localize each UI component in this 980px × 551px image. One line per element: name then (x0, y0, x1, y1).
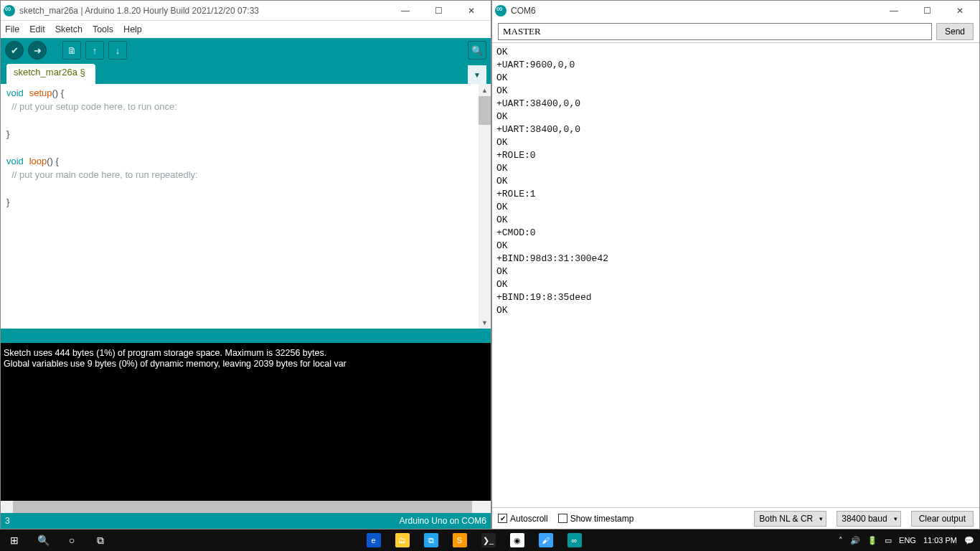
start-button[interactable]: ⊞ (0, 529, 29, 551)
editor-vertical-scrollbar[interactable]: ▲ ▼ (479, 84, 491, 329)
status-line-number: 3 (5, 516, 10, 526)
ide-console[interactable]: Sketch uses 444 bytes (1%) of program st… (1, 343, 491, 501)
tray-clock[interactable]: 11:03 PM (923, 536, 957, 545)
task-view-icon[interactable]: ⧉ (86, 529, 115, 551)
checkbox-checked-icon: ✔ (498, 514, 507, 523)
tab-menu-button[interactable]: ▼ (468, 65, 486, 84)
scroll-down-icon[interactable]: ▼ (479, 316, 491, 329)
windows-taskbar[interactable]: ⊞ 🔍 ○ ⧉ e 🗂 ⧉ S ❯_ ◉ 🖌 ∞ ˄ 🔊 🔋 ▭ ENG 11:… (0, 529, 980, 551)
arduino-logo-icon (4, 5, 15, 17)
minimize-button[interactable]: — (389, 1, 422, 21)
close-button[interactable]: ✕ (943, 1, 976, 21)
tray-language[interactable]: ENG (899, 536, 916, 545)
serial-bottom-bar: ✔ Autoscroll Show timestamp Both NL & CR… (492, 507, 979, 529)
maximize-button[interactable]: ☐ (910, 1, 943, 21)
menu-help[interactable]: Help (123, 24, 142, 34)
ide-titlebar[interactable]: sketch_mar26a | Arduino 1.8.20 Hourly Bu… (1, 1, 491, 21)
menu-edit[interactable]: Edit (29, 24, 45, 34)
line-ending-select[interactable]: Both NL & CR (754, 511, 826, 527)
minimize-button[interactable]: — (877, 1, 910, 21)
tray-notifications-icon[interactable]: 💬 (964, 536, 974, 545)
status-board-port: Arduino Uno on COM6 (400, 516, 486, 526)
save-sketch-button[interactable]: ↓ (108, 41, 127, 60)
serial-input-row: Send (492, 21, 979, 42)
menu-sketch[interactable]: Sketch (55, 24, 83, 34)
tray-volume-icon[interactable]: 🔊 (850, 536, 860, 545)
ide-title-text: sketch_mar26a | Arduino 1.8.20 Hourly Bu… (19, 6, 259, 16)
serial-input-field[interactable] (498, 23, 932, 40)
sketch-tab[interactable]: sketch_mar26a § (6, 64, 95, 84)
taskbar-app-terminal[interactable]: ❯_ (474, 529, 503, 551)
tray-network-icon[interactable]: ▭ (885, 536, 892, 545)
timestamp-checkbox[interactable]: Show timestamp (558, 514, 634, 524)
code-editor[interactable]: void setup() { // put your setup code he… (1, 84, 491, 329)
maximize-button[interactable]: ☐ (422, 1, 455, 21)
taskbar-app-chrome[interactable]: ◉ (503, 529, 532, 551)
scroll-up-icon[interactable]: ▲ (479, 84, 491, 96)
search-icon[interactable]: 🔍 (29, 529, 57, 551)
console-horizontal-scrollbar[interactable] (1, 501, 491, 513)
taskbar-app-vscode[interactable]: ⧉ (417, 529, 446, 551)
tray-battery-icon[interactable]: 🔋 (867, 536, 877, 545)
checkbox-unchecked-icon (558, 514, 567, 523)
ide-menubar: File Edit Sketch Tools Help (1, 21, 491, 38)
scroll-thumb[interactable] (479, 96, 491, 125)
serial-title-text: COM6 (511, 6, 536, 16)
hscroll-thumb[interactable] (13, 501, 472, 513)
send-button[interactable]: Send (936, 23, 974, 40)
open-sketch-button[interactable]: ↑ (85, 41, 104, 60)
code-content[interactable]: void setup() { // put your setup code he… (1, 84, 204, 329)
ide-status-divider (1, 329, 491, 343)
new-sketch-button[interactable]: 🗎 (62, 41, 81, 60)
serial-monitor-button[interactable]: 🔍 (468, 41, 486, 60)
arduino-logo-icon (495, 5, 507, 17)
upload-button[interactable]: ➜ (28, 41, 47, 60)
taskbar-app-sublime[interactable]: S (446, 529, 474, 551)
verify-button[interactable]: ✔ (5, 41, 24, 60)
arduino-ide-window: sketch_mar26a | Arduino 1.8.20 Hourly Bu… (0, 0, 491, 529)
serial-monitor-window: COM6 — ☐ ✕ Send OK +UART:9600,0,0 OK OK … (491, 0, 980, 529)
serial-output[interactable]: OK +UART:9600,0,0 OK OK +UART:38400,0,0 … (492, 42, 979, 507)
menu-tools[interactable]: Tools (93, 24, 113, 34)
taskbar-app-arduino[interactable]: ∞ (560, 529, 589, 551)
taskbar-app-explorer[interactable]: 🗂 (388, 529, 417, 551)
clear-output-button[interactable]: Clear output (911, 511, 974, 527)
cortana-icon[interactable]: ○ (57, 529, 86, 551)
system-tray[interactable]: ˄ 🔊 🔋 ▭ ENG 11:03 PM 💬 (833, 536, 980, 545)
serial-titlebar[interactable]: COM6 — ☐ ✕ (492, 1, 979, 21)
ide-toolbar: ✔ ➜ 🗎 ↑ ↓ 🔍 (1, 38, 491, 62)
baud-rate-select[interactable]: 38400 baud (837, 511, 900, 527)
taskbar-app-edge[interactable]: e (359, 529, 388, 551)
autoscroll-checkbox[interactable]: ✔ Autoscroll (498, 514, 548, 524)
tray-chevron-icon[interactable]: ˄ (839, 536, 843, 545)
menu-file[interactable]: File (5, 24, 19, 34)
close-button[interactable]: ✕ (455, 1, 488, 21)
ide-statusbar: 3 Arduino Uno on COM6 (1, 513, 491, 529)
tab-bar: sketch_mar26a § ▼ (1, 62, 491, 84)
taskbar-app-paint[interactable]: 🖌 (532, 529, 560, 551)
